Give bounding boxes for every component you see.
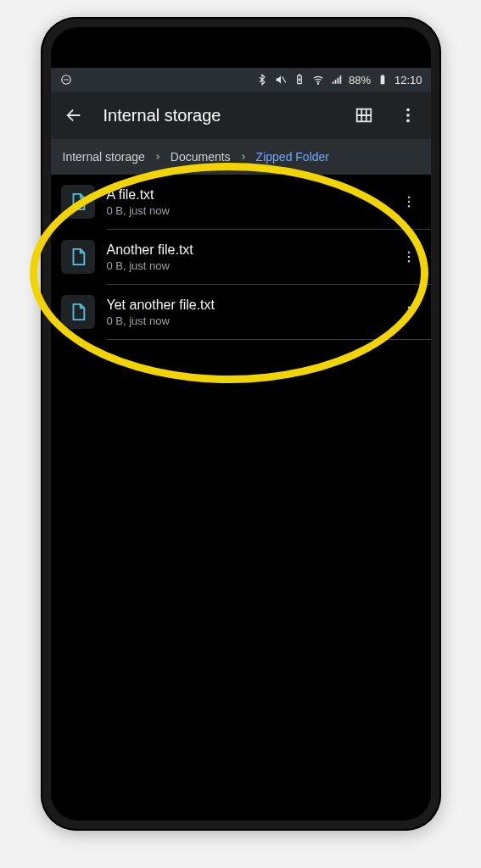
file-row[interactable]: A file.txt 0 B, just now	[51, 175, 431, 229]
file-name: Yet another file.txt	[107, 298, 385, 313]
svg-rect-8	[381, 75, 385, 84]
file-list[interactable]: A file.txt 0 B, just now Another file.tx…	[51, 175, 431, 809]
svg-point-25	[407, 311, 409, 313]
svg-point-21	[407, 252, 409, 253]
file-row[interactable]: Yet another file.txt 0 B, just now	[51, 285, 431, 339]
file-options-button[interactable]	[397, 249, 421, 264]
svg-point-20	[407, 205, 409, 207]
overflow-menu-button[interactable]	[394, 101, 422, 130]
breadcrumb-item-active[interactable]: Zipped Folder	[256, 150, 329, 164]
svg-point-24	[407, 307, 409, 309]
svg-point-23	[407, 260, 409, 262]
phone-frame: 88% 12:10 Internal storage	[41, 17, 441, 831]
file-text: Yet another file.txt 0 B, just now	[107, 298, 385, 327]
clock: 12:10	[394, 74, 422, 86]
battery-icon	[376, 73, 389, 86]
chevron-right-icon	[154, 150, 162, 164]
breadcrumb-item[interactable]: Internal storage	[63, 150, 145, 164]
back-button[interactable]	[59, 101, 88, 130]
svg-point-22	[407, 256, 409, 258]
divider	[107, 339, 431, 340]
file-meta: 0 B, just now	[107, 314, 385, 327]
nodisturb-icon	[59, 73, 73, 86]
file-row[interactable]: Another file.txt 0 B, just now	[51, 230, 431, 284]
mute-icon	[274, 73, 288, 86]
svg-point-17	[406, 120, 410, 123]
file-icon	[61, 185, 95, 219]
svg-point-19	[407, 201, 409, 203]
svg-point-7	[317, 83, 318, 84]
file-meta: 0 B, just now	[107, 259, 385, 272]
svg-point-18	[407, 197, 409, 198]
battery-saver-icon	[293, 73, 306, 86]
svg-point-26	[407, 315, 409, 317]
chevron-right-icon	[239, 150, 248, 164]
page-title: Internal storage	[103, 106, 334, 125]
file-icon	[61, 295, 95, 329]
bluetooth-icon	[255, 73, 269, 86]
wifi-icon	[311, 73, 325, 86]
svg-point-16	[406, 114, 410, 117]
file-meta: 0 B, just now	[107, 204, 385, 217]
file-text: Another file.txt 0 B, just now	[107, 242, 385, 272]
breadcrumb-item[interactable]: Documents	[171, 150, 231, 164]
file-options-button[interactable]	[397, 304, 421, 320]
file-name: A file.txt	[107, 187, 385, 203]
phone-screen-wrap: 88% 12:10 Internal storage	[51, 27, 431, 821]
status-bar: 88% 12:10	[51, 68, 431, 92]
breadcrumb: Internal storage Documents Zipped Folder	[51, 139, 431, 175]
file-options-button[interactable]	[397, 194, 421, 209]
screen: 88% 12:10 Internal storage	[51, 68, 431, 809]
svg-rect-9	[382, 75, 383, 75]
file-text: A file.txt 0 B, just now	[107, 187, 385, 217]
app-header: Internal storage	[51, 92, 431, 139]
svg-line-2	[282, 77, 286, 83]
battery-percentage: 88%	[349, 74, 371, 86]
svg-point-15	[406, 108, 410, 112]
signal-icon	[330, 73, 344, 86]
file-name: Another file.txt	[107, 242, 385, 258]
file-icon	[61, 240, 95, 274]
view-grid-button[interactable]	[350, 101, 378, 130]
